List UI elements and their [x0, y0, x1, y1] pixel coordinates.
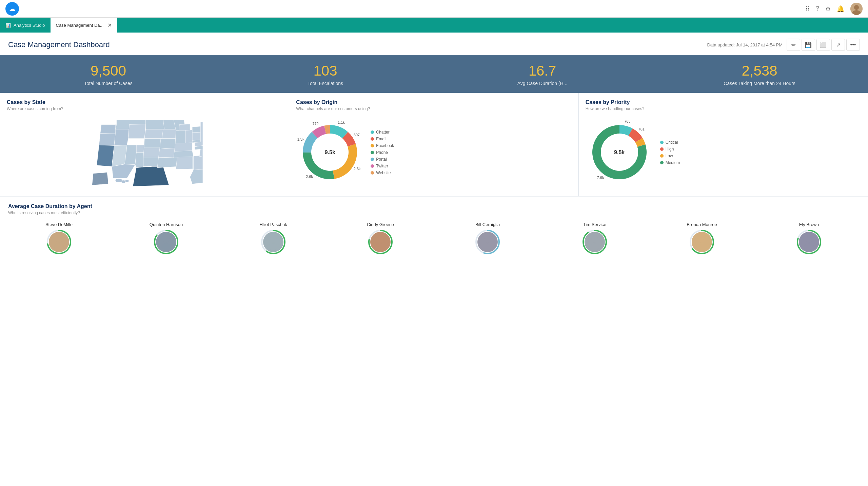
- legend-dot-critical: [660, 141, 664, 144]
- header-right: Data updated: Jul 14, 2017 at 4:54 PM ✏ …: [707, 39, 860, 51]
- legend-label-phone: Phone: [376, 150, 388, 155]
- legend-item-twitter: Twitter: [371, 164, 394, 168]
- metric-total-escalations: 103 Total Escalations: [217, 63, 434, 86]
- agent-avatar-wrapper-1: [154, 230, 178, 254]
- donut-label-facebook: 2.6k: [354, 167, 361, 171]
- agent-avatar-wrapper-7: [797, 230, 821, 254]
- legend-dot-website: [371, 171, 374, 175]
- agent-progress-ring-4: [475, 230, 500, 254]
- donut-label-medium: 7.6k: [597, 176, 604, 180]
- svg-point-50: [56, 236, 62, 243]
- analytics-icon: 📊: [5, 23, 11, 28]
- svg-point-60: [270, 236, 277, 243]
- metrics-banner: 9,500 Total Number of Cases 103 Total Es…: [0, 55, 868, 93]
- notifications-icon[interactable]: 🔔: [837, 5, 844, 13]
- svg-point-71: [483, 243, 492, 250]
- agent-card-4: Bill Cerniglia: [437, 222, 538, 254]
- agent-card-6: Brenda Monroe: [651, 222, 753, 254]
- donut-label-chatter: 1.1k: [338, 120, 345, 124]
- agent-name-0: Steve DeMille: [45, 222, 73, 227]
- legend-dot-low: [660, 154, 664, 158]
- svg-marker-28: [185, 130, 192, 143]
- agents-grid: Steve DeMille Quinton Harrison Elliot Pa…: [8, 222, 860, 254]
- share-button[interactable]: ↗: [831, 39, 845, 51]
- edit-button[interactable]: ✏: [787, 39, 800, 51]
- more-button[interactable]: •••: [846, 39, 860, 51]
- svg-marker-15: [144, 129, 164, 139]
- svg-marker-34: [194, 155, 203, 170]
- metric-total-cases: 9,500 Total Number of Cases: [0, 63, 217, 86]
- legend-dot-medium: [660, 161, 664, 164]
- agent-name-7: Ely Brown: [799, 222, 819, 227]
- tab-analytics-label: Analytics Studio: [14, 23, 45, 28]
- agent-name-2: Elliot Paschuk: [259, 222, 287, 227]
- svg-point-61: [269, 243, 278, 250]
- agent-avatar-wrapper-5: [583, 230, 607, 254]
- legend-label-medium: Medium: [666, 160, 680, 165]
- legend-label-critical: Critical: [666, 140, 678, 145]
- user-avatar[interactable]: [850, 3, 863, 15]
- nav-icons: ⠿ ? ⚙ 🔔: [805, 3, 863, 15]
- agent-progress-ring-3: [368, 230, 393, 254]
- metric-value-avg-duration: 16.7: [441, 63, 644, 79]
- main-content: Case Management Dashboard Data updated: …: [0, 33, 868, 486]
- metric-label-cases-24h: Cases Taking More than 24 Hours: [658, 81, 861, 86]
- agent-avatar-wrapper-4: [475, 230, 500, 254]
- svg-marker-36: [199, 149, 203, 157]
- svg-marker-3: [100, 125, 117, 134]
- tab-analytics[interactable]: 📊 Analytics Studio: [0, 18, 51, 33]
- present-button[interactable]: ⬜: [816, 39, 830, 51]
- help-icon[interactable]: ?: [816, 5, 819, 12]
- priority-legend: Critical High Low Medium: [660, 140, 680, 165]
- agent-avatar-wrapper-3: [368, 230, 393, 254]
- svg-point-51: [54, 243, 64, 250]
- legend-label-chatter: Chatter: [376, 130, 389, 135]
- svg-marker-43: [92, 173, 108, 185]
- chart-priority-title: Cases by Priority: [586, 99, 861, 105]
- save-button[interactable]: 💾: [802, 39, 815, 51]
- svg-point-75: [591, 236, 598, 243]
- svg-marker-4: [99, 134, 115, 146]
- toolbar-buttons: ✏ 💾 ⬜ ↗ •••: [787, 39, 860, 51]
- svg-marker-32: [176, 157, 192, 169]
- svg-point-70: [484, 236, 491, 243]
- agents-subtitle: Who is resolving cases most efficiently?: [8, 210, 860, 215]
- svg-point-56: [161, 243, 171, 250]
- settings-icon[interactable]: ⚙: [825, 5, 831, 13]
- svg-marker-14: [146, 120, 165, 129]
- top-nav: ☁ ⠿ ? ⚙ 🔔: [0, 0, 868, 18]
- tab-case-label: Case Management Da...: [56, 23, 104, 28]
- grid-icon[interactable]: ⠿: [805, 5, 810, 13]
- legend-dot-high: [660, 147, 664, 151]
- metric-label-avg-duration: Avg Case Duration (H...: [441, 81, 644, 86]
- priority-donut-chart: 7657817.6k 9.5k: [586, 118, 653, 187]
- agent-progress-ring-1: [154, 230, 178, 254]
- legend-item-medium: Medium: [660, 160, 680, 165]
- agents-section: Average Case Duration by Agent Who is re…: [0, 196, 868, 262]
- agent-progress-ring-5: [583, 230, 607, 254]
- legend-item-low: Low: [660, 154, 680, 158]
- svg-marker-5: [97, 145, 114, 166]
- metric-value-total-cases: 9,500: [7, 63, 210, 79]
- svg-point-81: [697, 243, 707, 250]
- legend-item-facebook: Facebook: [371, 143, 394, 148]
- legend-dot-portal: [371, 158, 374, 161]
- chart-cases-by-origin: Cases by Origin What channels are our cu…: [289, 93, 578, 196]
- legend-dot-phone: [371, 151, 374, 154]
- donut-label-portal: 1.3k: [297, 137, 304, 141]
- svg-marker-9: [128, 124, 146, 139]
- legend-label-high: High: [666, 147, 674, 151]
- donut-label-email: 807: [354, 133, 360, 137]
- page-title: Case Management Dashboard: [8, 40, 110, 49]
- agent-progress-ring-0: [47, 230, 71, 254]
- donut-segment-facebook: [333, 144, 357, 179]
- tab-close-button[interactable]: ✕: [107, 22, 112, 28]
- chart-state-title: Cases by State: [7, 99, 282, 105]
- tab-case-management[interactable]: Case Management Da... ✕: [51, 18, 118, 33]
- legend-item-email: Email: [371, 137, 394, 141]
- chart-origin-body: 1.1k8072.6k2.6k1.3k772 9.5k Chatter Emai…: [296, 115, 571, 190]
- legend-label-facebook: Facebook: [376, 143, 394, 148]
- chart-cases-by-priority: Cases by Priority How are we handling ou…: [579, 93, 868, 196]
- agent-card-5: Tim Service: [544, 222, 646, 254]
- agent-name-6: Brenda Monroe: [687, 222, 717, 227]
